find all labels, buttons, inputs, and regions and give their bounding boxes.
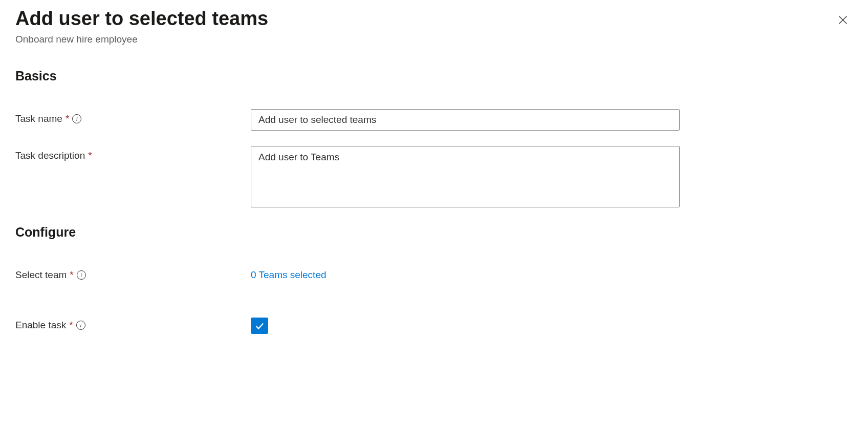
required-indicator: * xyxy=(69,320,73,331)
info-icon[interactable]: i xyxy=(77,270,86,280)
select-team-link[interactable]: 0 Teams selected xyxy=(251,265,327,281)
task-name-input[interactable] xyxy=(251,109,680,131)
configure-heading: Configure xyxy=(15,225,853,240)
info-icon[interactable]: i xyxy=(76,321,85,330)
basics-heading: Basics xyxy=(15,69,853,83)
required-indicator: * xyxy=(66,113,69,124)
close-button[interactable] xyxy=(833,10,853,31)
task-description-input[interactable] xyxy=(251,146,680,207)
task-description-label: Task description xyxy=(15,150,85,161)
enable-task-label: Enable task xyxy=(15,320,66,331)
checkmark-icon xyxy=(254,320,265,331)
task-name-label: Task name xyxy=(15,113,62,124)
required-indicator: * xyxy=(70,269,73,281)
required-indicator: * xyxy=(88,150,92,161)
close-icon xyxy=(837,14,849,26)
page-subtitle: Onboard new hire employee xyxy=(15,34,833,45)
enable-task-checkbox[interactable] xyxy=(251,318,268,334)
select-team-label: Select team xyxy=(15,269,67,281)
info-icon[interactable]: i xyxy=(72,114,81,123)
page-title: Add user to selected teams xyxy=(15,7,833,31)
